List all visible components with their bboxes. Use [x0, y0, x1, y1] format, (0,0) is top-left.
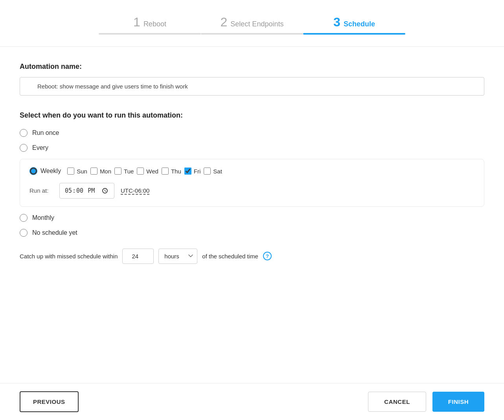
- weekly-section: Weekly Sun Mon Tue Wed Thu: [20, 159, 484, 207]
- day-tue[interactable]: Tue: [114, 168, 134, 175]
- day-tue-label: Tue: [124, 168, 134, 175]
- checkbox-sun[interactable]: [67, 168, 74, 175]
- day-thu-label: Thu: [171, 168, 181, 175]
- option-every[interactable]: Every: [20, 144, 484, 152]
- radio-run-once[interactable]: [20, 129, 28, 137]
- checkbox-thu[interactable]: [162, 168, 169, 175]
- checkbox-sat[interactable]: [204, 168, 211, 175]
- every-label: Every: [32, 144, 48, 151]
- day-fri-label: Fri: [194, 168, 201, 175]
- run-once-label: Run once: [32, 129, 59, 136]
- radio-every[interactable]: [20, 144, 28, 152]
- step-1: 1 Reboot: [99, 16, 201, 35]
- day-sun[interactable]: Sun: [67, 168, 87, 175]
- day-mon-label: Mon: [100, 168, 111, 175]
- option-run-once[interactable]: Run once: [20, 129, 484, 137]
- radio-monthly[interactable]: [20, 214, 28, 222]
- main-content: Automation name: Select when do you want…: [0, 47, 504, 287]
- checkbox-wed[interactable]: [137, 168, 144, 175]
- cancel-button[interactable]: CANCEL: [368, 392, 426, 412]
- run-at-label: Run at:: [29, 187, 53, 194]
- step-1-number: 1: [133, 16, 140, 28]
- catchup-unit-select[interactable]: minutes hours days: [158, 249, 197, 264]
- weekly-radio-row: Weekly: [29, 167, 64, 175]
- day-sat[interactable]: Sat: [204, 168, 222, 175]
- time-input[interactable]: [59, 183, 114, 199]
- step-3-bar: [303, 33, 405, 35]
- weekly-row: Weekly Sun Mon Tue Wed Thu: [29, 167, 475, 175]
- step-3-number: 3: [333, 16, 340, 28]
- monthly-label: Monthly: [32, 214, 54, 221]
- checkbox-mon[interactable]: [90, 168, 97, 175]
- day-fri[interactable]: Fri: [184, 168, 201, 175]
- checkbox-tue[interactable]: [114, 168, 121, 175]
- option-no-schedule[interactable]: No schedule yet: [20, 229, 484, 237]
- finish-button[interactable]: FINISH: [432, 392, 484, 412]
- no-schedule-label: No schedule yet: [32, 229, 77, 236]
- footer-right: CANCEL FINISH: [368, 392, 484, 412]
- step-1-label: Reboot: [143, 20, 166, 28]
- option-monthly[interactable]: Monthly: [20, 214, 484, 222]
- previous-button[interactable]: PREVIOUS: [20, 391, 79, 412]
- step-2-number: 2: [221, 16, 228, 28]
- help-icon[interactable]: ?: [263, 252, 272, 260]
- step-2: 2 Select Endpoints: [201, 16, 303, 35]
- radio-no-schedule[interactable]: [20, 229, 28, 237]
- run-at-row: Run at: UTC-06:00: [29, 183, 475, 199]
- schedule-section-label: Select when do you want to run this auto…: [20, 111, 484, 120]
- stepper: 1 Reboot 2 Select Endpoints 3 Schedule: [0, 0, 504, 35]
- step-1-bar: [99, 33, 201, 35]
- catchup-label-after: of the scheduled time: [202, 253, 258, 260]
- day-sun-label: Sun: [77, 168, 87, 175]
- step-3-label: Schedule: [344, 20, 375, 28]
- radio-weekly[interactable]: [29, 167, 37, 175]
- timezone-display[interactable]: UTC-06:00: [121, 187, 149, 194]
- automation-name-wrapper: [20, 77, 484, 96]
- step-2-label: Select Endpoints: [230, 20, 283, 28]
- day-thu[interactable]: Thu: [162, 168, 181, 175]
- day-sat-label: Sat: [213, 168, 222, 175]
- automation-name-input[interactable]: [20, 77, 484, 96]
- checkbox-fri[interactable]: [184, 168, 191, 175]
- step-2-bar: [201, 33, 303, 35]
- automation-name-label: Automation name:: [20, 63, 484, 71]
- footer: PREVIOUS CANCEL FINISH: [0, 383, 504, 420]
- weekly-label: Weekly: [40, 168, 61, 175]
- catchup-label-before: Catch up with missed schedule within: [20, 253, 118, 260]
- day-wed[interactable]: Wed: [137, 168, 158, 175]
- step-3: 3 Schedule: [303, 16, 405, 35]
- day-wed-label: Wed: [146, 168, 158, 175]
- day-mon[interactable]: Mon: [90, 168, 111, 175]
- catchup-section: Catch up with missed schedule within min…: [20, 249, 484, 264]
- catchup-value-input[interactable]: [122, 249, 154, 264]
